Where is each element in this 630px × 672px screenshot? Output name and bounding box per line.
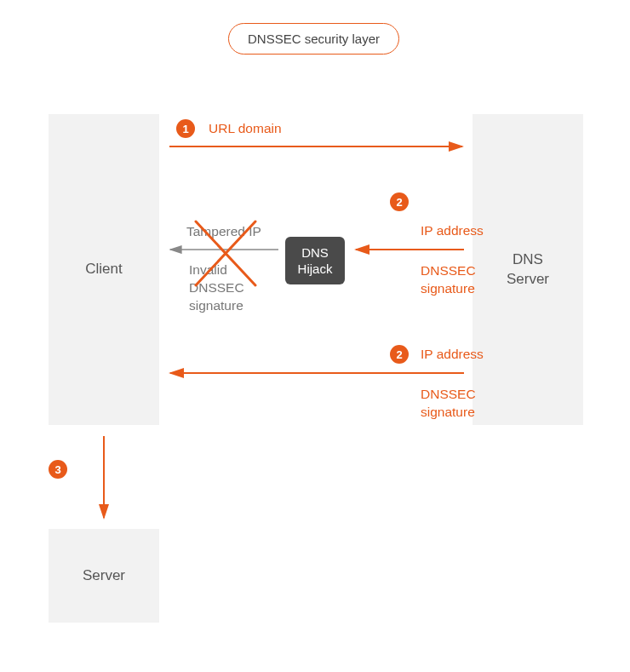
step-badge-2b: 2 [390, 345, 409, 364]
label-tampered-ip: Tampered IP [186, 223, 261, 241]
label-invalid-sig: Invalid DNSSEC signature [189, 261, 244, 315]
dns-hijack-label: DNS Hijack [298, 244, 333, 278]
step-badge-2a: 2 [390, 192, 409, 211]
dns-hijack-box: DNS Hijack [285, 237, 345, 284]
title-pill: DNSSEC security layer [228, 23, 399, 55]
server-label: Server [83, 566, 125, 586]
label-url-domain: URL domain [209, 120, 282, 138]
label-dnssec-sig-b: DNSSEC signature [421, 386, 476, 422]
title-text: DNSSEC security layer [248, 32, 380, 46]
dns-server-box: DNS Server [472, 114, 583, 425]
dns-server-label: DNS Server [507, 250, 549, 290]
client-box: Client [49, 114, 159, 425]
server-box: Server [49, 529, 159, 623]
client-label: Client [85, 260, 122, 279]
label-ip-address-b: IP address [421, 346, 484, 364]
step-badge-3: 3 [49, 460, 67, 479]
step-badge-1: 1 [176, 119, 195, 138]
diagram-canvas: DNSSEC security layer Client DNS Server … [0, 0, 630, 672]
label-ip-address-a: IP address [421, 222, 484, 240]
label-dnssec-sig-a: DNSSEC signature [421, 262, 476, 298]
